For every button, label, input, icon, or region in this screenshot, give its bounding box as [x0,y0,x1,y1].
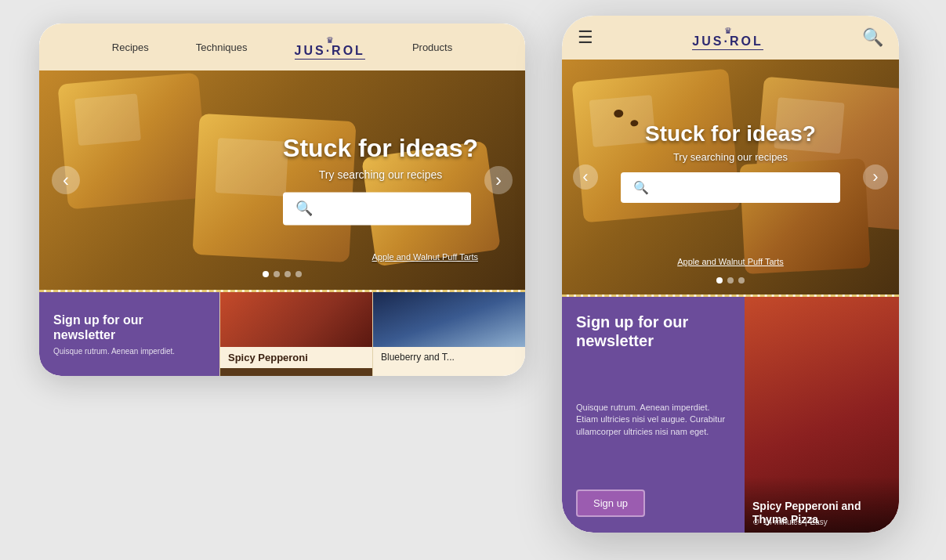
brand-name-phone: JUS·ROL [692,34,763,50]
scene: Recipes Techniques ♛ JUS·ROL Products [0,0,946,560]
newsletter-signup-button[interactable]: Sign up [576,490,645,517]
hero-prev-tablet[interactable]: ‹ [52,166,80,194]
dot-1-phone[interactable] [716,277,723,284]
hero-prev-phone[interactable]: ‹ [573,164,598,190]
recipe-2-title-tablet: Blueberry and T... [373,347,525,367]
newsletter-body-phone: Quisque rutrum. Aenean imperdiet. Etiam … [576,402,730,438]
phone-hero: ‹ › Stuck for ideas? Try searching our r… [562,60,899,294]
tablet-hero: ‹ › Stuck for ideas? Try searching our r… [39,70,525,290]
recipe-2-tablet: Blueberry and T... [373,292,525,376]
tablet-bottom: Sign up for our newsletter Quisque rutru… [39,290,525,376]
dot-2-phone[interactable] [727,277,734,284]
hero-dots-phone [716,277,745,284]
hero-caption-tablet: Apple and Walnut Puff Tarts [372,252,478,262]
recipe-1-img-tablet: RECIPE [220,292,372,347]
dot-3-phone[interactable] [738,277,745,284]
brand-logo-phone: ♛ JUS·ROL [692,26,763,50]
recipe-1-tablet: RECIPE Spicy Pepperoni [220,292,373,376]
hero-dots-tablet [263,271,302,277]
hamburger-icon[interactable]: ☰ [578,27,593,48]
dot-2-tablet[interactable] [274,271,280,277]
brand-name-tablet: JUS·ROL [295,44,365,60]
nav-link-techniques[interactable]: Techniques [196,42,248,53]
clock-icon: ⏱ [752,518,760,526]
search-icon-hero-phone: 🔍 [633,180,649,195]
newsletter-title-phone: Sign up for our newsletter [576,313,730,350]
recipe-meta-phone: ⏱ 14 minutes | Easy [752,518,828,526]
nav-link-products[interactable]: Products [412,42,452,53]
phone-bottom: Sign up for our newsletter Quisque rutru… [562,294,899,533]
phone-nav: ☰ ♛ JUS·ROL 🔍 [562,16,899,60]
hero-search-phone[interactable]: 🔍 [621,172,840,203]
recipe-1-title-tablet: Spicy Pepperoni [220,347,372,368]
dot-1-tablet[interactable] [263,271,269,277]
brand-logo-tablet: ♛ JUS·ROL [295,35,365,60]
hero-title-tablet: Stuck for ideas? [283,135,478,162]
newsletter-sub-tablet: Quisque rutrum. Aenean imperdiet. [53,347,175,356]
recipe-block-phone: RECIPE Spicy Pepperoni and Thyme Pizza ⏱… [745,297,899,533]
dot-4-tablet[interactable] [295,271,302,277]
recipe-img-phone: RECIPE Spicy Pepperoni and Thyme Pizza ⏱… [745,297,899,533]
hero-content-tablet: Stuck for ideas? Try searching our recip… [283,135,478,225]
nav-link-recipes[interactable]: Recipes [112,42,149,53]
hero-content-phone: Stuck for ideas? Try searching our recip… [621,122,840,203]
hero-next-tablet[interactable]: › [484,166,513,194]
newsletter-title-tablet: Sign up for our newsletter [53,313,205,342]
search-icon-phone-nav[interactable]: 🔍 [862,27,883,48]
hero-subtitle-phone: Try searching our recipes [621,151,840,163]
hero-subtitle-tablet: Try searching our recipes [283,169,478,182]
pastry-1-tablet [57,72,208,209]
hero-title-phone: Stuck for ideas? [621,122,840,146]
newsletter-block-phone: Sign up for our newsletter Quisque rutru… [562,297,745,533]
hero-next-phone[interactable]: › [863,164,888,190]
hero-caption-phone: Apple and Walnut Puff Tarts [677,257,784,266]
newsletter-block-tablet: Sign up for our newsletter Quisque rutru… [39,292,220,376]
phone-portrait: ☰ ♛ JUS·ROL 🔍 [562,16,899,533]
tablet-landscape: Recipes Techniques ♛ JUS·ROL Products [39,23,525,376]
tablet-nav: Recipes Techniques ♛ JUS·ROL Products [39,23,525,70]
search-icon-tablet: 🔍 [295,201,313,218]
hero-search-tablet[interactable]: 🔍 [283,193,471,226]
dot-3-tablet[interactable] [285,271,291,277]
